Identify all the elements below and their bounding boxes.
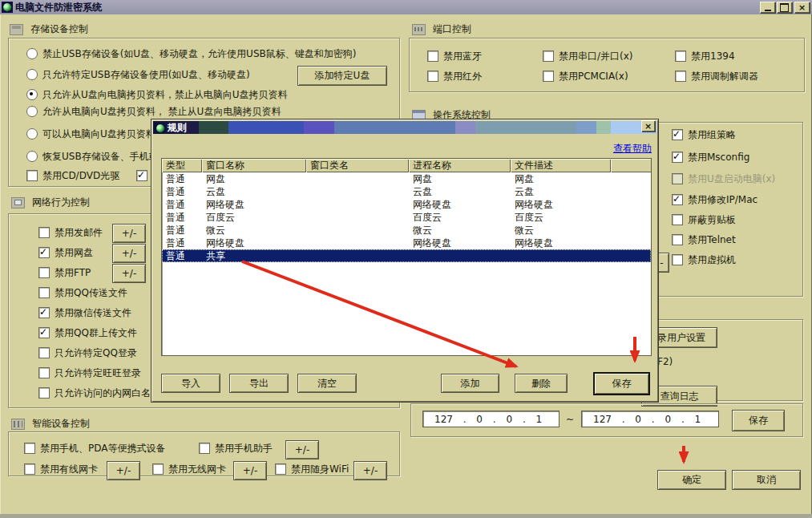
close-button[interactable]: ×: [794, 2, 810, 13]
add-specific-usb-button[interactable]: 添加特定U盘: [297, 66, 387, 86]
ip-end-input[interactable]: 127 . 0 . 0 . 1: [581, 411, 719, 427]
checkbox-disable-wired-nic[interactable]: 禁用有线网卡: [24, 463, 98, 475]
dialog-close-button[interactable]: ×: [641, 120, 655, 132]
ip-start-input[interactable]: 127 . 0 . 0 . 1: [422, 411, 560, 427]
wired-nic-pm-button[interactable]: +/-: [107, 461, 140, 480]
radio-pc-to-usb-copy[interactable]: 可以从电脑向U盘拷贝资料: [26, 128, 156, 140]
checkbox-allow-specific-qq[interactable]: 只允许特定QQ登录: [38, 347, 137, 358]
checkbox-disable-infrared[interactable]: 禁用红外: [427, 71, 482, 82]
checkbox-icon[interactable]: [38, 247, 50, 258]
column-header-type[interactable]: 类型: [162, 159, 202, 172]
column-header-process-name[interactable]: 进程名称: [409, 159, 511, 172]
portable-wifi-pm-button[interactable]: +/-: [353, 461, 387, 480]
checkbox-disable-bluetooth[interactable]: 禁用蓝牙: [427, 51, 482, 62]
checkbox-icon[interactable]: [24, 463, 35, 475]
checkbox-disable-wireless-nic[interactable]: 禁用无线网卡: [152, 463, 226, 475]
checkbox-disable-netdisk[interactable]: 禁用网盘: [38, 247, 93, 258]
email-pm-button[interactable]: +/-: [112, 224, 146, 243]
checkbox-icon[interactable]: [672, 254, 683, 265]
checkbox-disable-ip-mac-change[interactable]: 禁用修改IP/Mac: [672, 194, 757, 205]
radio-usb-to-pc-only[interactable]: 只允许从U盘向电脑拷贝资料，禁止从电脑向U盘拷贝资料: [26, 89, 288, 100]
checkbox-disable-qq-file[interactable]: 禁用QQ传送文件: [38, 287, 127, 298]
checkbox-icon[interactable]: [675, 71, 686, 82]
checkbox-icon[interactable]: [136, 170, 147, 181]
checkbox-block-clipboard[interactable]: 屏蔽剪贴板: [672, 214, 736, 225]
column-header-window-name[interactable]: 窗口名称: [202, 159, 306, 172]
table-row[interactable]: 普通微云微云微云: [162, 224, 651, 237]
dialog-titlebar[interactable]: 规则: [153, 121, 656, 134]
column-header-window-class[interactable]: 窗口类名: [306, 159, 409, 172]
checkbox-icon[interactable]: [38, 387, 50, 399]
column-header-extra[interactable]: [611, 159, 652, 172]
checkbox-disable-modem[interactable]: 禁用调制解调器: [675, 71, 758, 82]
minimize-button[interactable]: [760, 2, 775, 13]
checkbox-disable-1394[interactable]: 禁用1394: [675, 51, 735, 62]
checkbox-icon[interactable]: [38, 347, 50, 358]
checkbox-icon[interactable]: [427, 71, 438, 82]
checkbox-disable-phone-assistant[interactable]: 禁用手机助手: [199, 443, 273, 454]
checkbox-disable-vm[interactable]: 禁用虚拟机: [672, 254, 736, 265]
cancel-button[interactable]: 取消: [732, 470, 801, 490]
radio-icon[interactable]: [26, 89, 38, 100]
radio-allow-specific-usb[interactable]: 只允许特定USB存储设备使用(如U盘、移动硬盘): [26, 69, 250, 80]
checkbox-disable-phone-pda[interactable]: 禁用手机、PDA等便携式设备: [24, 443, 165, 454]
checkbox-icon[interactable]: [24, 443, 35, 454]
checkbox-icon[interactable]: [543, 71, 554, 82]
table-row[interactable]: 普通网盘网盘网盘: [162, 172, 651, 185]
checkbox-disable-email[interactable]: 禁用发邮件: [38, 227, 103, 238]
checkbox-disable-group-policy[interactable]: 禁用组策略: [672, 129, 736, 140]
maximize-button[interactable]: [777, 2, 792, 13]
checkbox-icon[interactable]: [427, 51, 438, 62]
checkbox-icon[interactable]: [672, 234, 683, 245]
delete-rule-button[interactable]: 删除: [515, 374, 568, 393]
checkbox-icon[interactable]: [38, 227, 50, 238]
radio-pc-to-usb-allow[interactable]: 允许从电脑向U盘拷贝资料， 禁止从U盘向电脑拷贝资料: [26, 106, 281, 117]
checkbox-icon[interactable]: [199, 443, 210, 454]
checkbox-icon[interactable]: [675, 51, 686, 62]
table-row[interactable]: 普通云盘云盘云盘: [162, 185, 651, 198]
checkbox-icon[interactable]: [672, 194, 683, 205]
checkbox-icon[interactable]: [26, 170, 38, 181]
checkbox-disable-telnet[interactable]: 禁用Telnet: [672, 234, 736, 245]
add-rule-button[interactable]: 添加: [441, 374, 499, 393]
checkbox-icon[interactable]: [38, 367, 50, 378]
wireless-nic-pm-button[interactable]: +/-: [233, 461, 267, 480]
checkbox-icon[interactable]: [672, 152, 683, 163]
checkbox-icon[interactable]: [543, 51, 554, 62]
checkbox-icon[interactable]: [38, 287, 50, 298]
save-rules-button[interactable]: 保存: [593, 372, 650, 395]
radio-icon[interactable]: [26, 106, 38, 117]
ip-save-button[interactable]: 保存: [732, 410, 785, 431]
checkbox-intranet-whitelist[interactable]: 只允许访问的内网白名单: [38, 387, 160, 399]
table-row[interactable]: 普通网络硬盘网络硬盘网络硬盘: [162, 237, 651, 249]
radio-icon[interactable]: [26, 69, 38, 80]
checkbox-icon[interactable]: [38, 327, 50, 338]
checkbox-disable-msconfig[interactable]: 禁用Msconfig: [672, 152, 749, 163]
phone-assistant-pm-button[interactable]: +/-: [285, 440, 319, 459]
ftp-pm-button[interactable]: +/-: [112, 264, 146, 283]
table-row[interactable]: 普通网络硬盘网络硬盘网络硬盘: [162, 198, 651, 211]
checkbox-disable-pcmcia[interactable]: 禁用PCMCIA(x): [543, 71, 628, 82]
checkbox-icon[interactable]: [672, 129, 683, 140]
checkbox-icon[interactable]: [672, 214, 683, 225]
checkbox-icon[interactable]: [38, 307, 50, 318]
checkbox-icon[interactable]: [38, 267, 50, 278]
radio-icon[interactable]: [26, 151, 38, 162]
clear-button[interactable]: 清空: [297, 374, 357, 393]
netdisk-pm-button[interactable]: +/-: [112, 244, 146, 263]
checkbox-disable-ftp[interactable]: 禁用FTP: [38, 267, 91, 278]
checkbox-icon[interactable]: [275, 463, 286, 475]
checkbox-allow-specific-wangwang[interactable]: 只允许特定旺旺登录: [38, 367, 141, 378]
radio-icon[interactable]: [26, 48, 38, 59]
radio-forbid-usb-storage[interactable]: 禁止USB存储设备(如U盘、移动硬盘，允许使用USB鼠标、键盘和加密狗): [26, 48, 356, 59]
checkbox-disable-portable-wifi[interactable]: 禁用随身WiFi: [275, 463, 349, 475]
checkbox-disable-cddvd[interactable]: 禁用CD/DVD光驱: [26, 170, 119, 181]
export-button[interactable]: 导出: [229, 374, 289, 393]
radio-icon[interactable]: [26, 128, 38, 140]
column-header-file-desc[interactable]: 文件描述: [511, 159, 611, 172]
checkbox-icon[interactable]: [152, 463, 164, 475]
radio-restore-usb[interactable]: 恢复USB存储设备、手机或: [26, 151, 159, 162]
table-row[interactable]: 普通百度云百度云百度云: [162, 211, 651, 224]
checkbox-disable-qqgroup-upload[interactable]: 禁用QQ群上传文件: [38, 327, 137, 338]
checkbox-disable-wechat-file[interactable]: 禁用微信传送文件: [38, 307, 131, 318]
